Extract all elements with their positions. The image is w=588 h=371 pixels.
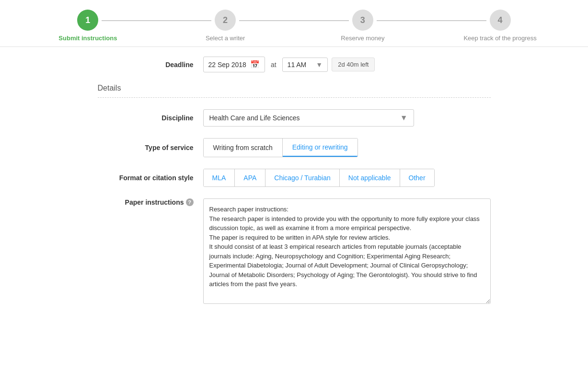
- step-3: 3 Reserve money: [294, 10, 432, 42]
- mla-button[interactable]: MLA: [204, 169, 235, 186]
- step-4-circle: 4: [490, 10, 511, 31]
- citation-row: Format or citation style MLA APA Chicago…: [98, 169, 491, 187]
- details-divider: [98, 97, 491, 98]
- step-1-circle: 1: [77, 10, 98, 31]
- at-text: at: [271, 61, 277, 69]
- discipline-select[interactable]: Health Care and Life Sciences ▼: [203, 109, 414, 127]
- writing-from-scratch-button[interactable]: Writing from scratch: [204, 139, 283, 157]
- instructions-row: Paper instructions ?: [98, 198, 491, 304]
- stepper: 1 Submit instructions 2 Select a writer …: [0, 0, 588, 47]
- chicago-turabian-button[interactable]: Chicago / Turabian: [265, 169, 340, 186]
- deadline-value: 22 Sep 2018 📅 at 11 AM ▼ 2d 40m left: [203, 57, 375, 72]
- step-2: 2 Select a writer: [157, 10, 294, 42]
- calendar-icon: 📅: [250, 60, 260, 69]
- step-1-label: Submit instructions: [58, 35, 117, 42]
- citation-value: MLA APA Chicago / Turabian Not applicabl…: [203, 169, 435, 187]
- deadline-label: Deadline: [98, 61, 203, 69]
- time-select[interactable]: 11 AM ▼: [282, 58, 328, 72]
- service-label: Type of service: [98, 144, 203, 151]
- details-heading: Details: [98, 84, 491, 93]
- deadline-date-input[interactable]: 22 Sep 2018 📅: [203, 57, 265, 72]
- time-value: 11 AM: [288, 61, 307, 69]
- apa-button[interactable]: APA: [235, 169, 265, 186]
- service-row: Type of service Writing from scratch Edi…: [98, 138, 491, 157]
- step-2-circle: 2: [215, 10, 236, 31]
- citation-buttons: MLA APA Chicago / Turabian Not applicabl…: [203, 169, 435, 187]
- step-1: 1 Submit instructions: [19, 10, 157, 42]
- chevron-down-icon: ▼: [316, 61, 323, 69]
- citation-label: Format or citation style: [98, 174, 203, 182]
- discipline-row: Discipline Health Care and Life Sciences…: [98, 109, 491, 127]
- deadline-row: Deadline 22 Sep 2018 📅 at 11 AM ▼ 2d 40m…: [98, 57, 491, 72]
- step-3-label: Reserve money: [341, 35, 384, 42]
- other-button[interactable]: Other: [400, 169, 434, 186]
- instructions-textarea[interactable]: [203, 198, 491, 304]
- chevron-down-icon: ▼: [400, 114, 408, 122]
- discipline-value: Health Care and Life Sciences ▼: [203, 109, 414, 127]
- step-2-label: Select a writer: [206, 35, 245, 42]
- discipline-label: Discipline: [98, 114, 203, 122]
- discipline-value-text: Health Care and Life Sciences: [209, 114, 300, 122]
- main-content: Deadline 22 Sep 2018 📅 at 11 AM ▼ 2d 40m…: [79, 47, 510, 325]
- service-buttons: Writing from scratch Editing or rewritin…: [203, 138, 358, 157]
- deadline-date-text: 22 Sep 2018: [208, 61, 246, 69]
- help-icon[interactable]: ?: [186, 198, 194, 206]
- instructions-label: Paper instructions ?: [98, 198, 203, 206]
- not-applicable-button[interactable]: Not applicable: [340, 169, 400, 186]
- editing-or-rewriting-button[interactable]: Editing or rewriting: [283, 139, 357, 157]
- time-remaining: 2d 40m left: [332, 58, 375, 71]
- step-4-label: Keep track of the progress: [463, 35, 536, 42]
- details-section: Details: [98, 84, 491, 98]
- step-3-circle: 3: [352, 10, 373, 31]
- service-value: Writing from scratch Editing or rewritin…: [203, 138, 358, 157]
- step-4: 4 Keep track of the progress: [431, 10, 569, 42]
